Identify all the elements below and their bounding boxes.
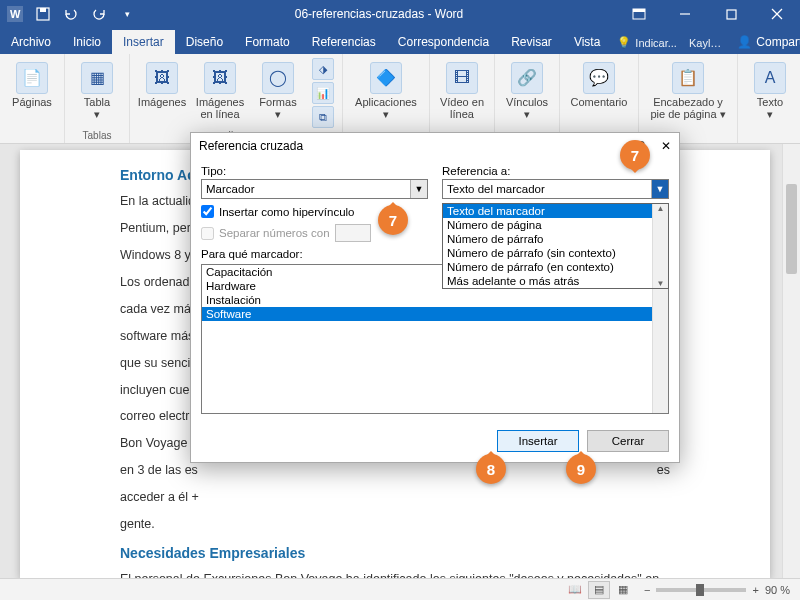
links-button[interactable]: 🔗Vínculos▾ (503, 58, 551, 120)
doc-line: correo electro (120, 403, 196, 430)
web-layout-icon[interactable]: ▦ (612, 581, 634, 599)
dropdown-option[interactable]: Número de párrafo (443, 232, 668, 246)
heading-necesidades: Necesidades Empresariales (120, 542, 670, 564)
doc-line: Bon Voyage t (120, 430, 194, 457)
zoom-in-icon[interactable]: + (752, 584, 758, 596)
doc-line: En la actualid (120, 188, 195, 215)
smartart-icon[interactable]: ⬗ (312, 58, 334, 80)
svg-rect-3 (40, 8, 46, 12)
close-icon[interactable] (754, 0, 800, 28)
dropdown-option[interactable]: Número de párrafo (en contexto) (443, 260, 668, 274)
online-pictures-button[interactable]: 🖼Imágenes en línea (196, 58, 244, 120)
comment-icon: 💬 (583, 62, 615, 94)
video-icon: 🎞 (446, 62, 478, 94)
table-button[interactable]: ▦Tabla▾ (73, 58, 121, 120)
tab-diseno[interactable]: Diseño (175, 30, 234, 54)
doc-line: incluyen cues (120, 377, 196, 404)
tab-inicio[interactable]: Inicio (62, 30, 112, 54)
referencia-a-input[interactable] (443, 180, 651, 198)
apps-button[interactable]: 🔷Aplicaciones▾ (351, 58, 421, 120)
share-icon: 👤 (737, 35, 752, 49)
para-que-label: Para qué marcador: (201, 248, 428, 260)
tab-formato[interactable]: Formato (234, 30, 301, 54)
pictures-button[interactable]: 🖼Imágenes (138, 58, 186, 108)
maximize-icon[interactable] (708, 0, 754, 28)
header-footer-button[interactable]: 📋Encabezado y pie de página ▾ (647, 58, 729, 120)
pages-icon: 📄 (16, 62, 48, 94)
textbox-icon: A (754, 62, 786, 94)
insert-button[interactable]: Insertar (497, 430, 579, 452)
tab-referencias[interactable]: Referencias (301, 30, 387, 54)
tell-me[interactable]: 💡Indicar... (611, 31, 683, 54)
cross-reference-dialog: Referencia cruzada ? ✕ Tipo: ▼ Insertar … (190, 132, 680, 463)
shapes-button[interactable]: ◯Formas▾ (254, 58, 302, 120)
list-item[interactable]: Software (202, 307, 668, 321)
vertical-scrollbar[interactable] (782, 144, 800, 578)
svg-rect-5 (633, 9, 645, 12)
lightbulb-icon: 💡 (617, 36, 631, 49)
dialog-close-icon[interactable]: ✕ (661, 139, 671, 153)
pages-button[interactable]: 📄Páginas (8, 58, 56, 108)
list-item[interactable]: Instalación (202, 293, 668, 307)
print-layout-icon[interactable]: ▤ (588, 581, 610, 599)
read-mode-icon[interactable]: 📖 (564, 581, 586, 599)
chart-icon[interactable]: 📊 (312, 82, 334, 104)
comment-button[interactable]: 💬Comentario (568, 58, 630, 108)
qat-customize-icon[interactable]: ▾ (118, 5, 136, 23)
tab-revisar[interactable]: Revisar (500, 30, 563, 54)
chevron-down-icon[interactable]: ▼ (651, 180, 668, 198)
minimize-icon[interactable] (662, 0, 708, 28)
referencia-a-dropdown[interactable]: Texto del marcador Número de página Núme… (442, 203, 669, 289)
ribbon-display-options-icon[interactable] (616, 0, 662, 28)
status-bar: 📖 ▤ ▦ − + 90 % (0, 578, 800, 600)
dropdown-option[interactable]: Número de página (443, 218, 668, 232)
dropdown-option[interactable]: Más adelante o más atrás (443, 274, 668, 288)
tab-vista[interactable]: Vista (563, 30, 611, 54)
table-icon: ▦ (81, 62, 113, 94)
tab-archivo[interactable]: Archivo (0, 30, 62, 54)
tab-insertar[interactable]: Insertar (112, 30, 175, 54)
close-button[interactable]: Cerrar (587, 430, 669, 452)
ribbon-tabs: Archivo Inicio Insertar Diseño Formato R… (0, 28, 800, 54)
referencia-a-combobox[interactable]: ▼ (442, 179, 669, 199)
tipo-input[interactable] (202, 180, 410, 198)
zoom-out-icon[interactable]: − (644, 584, 650, 596)
dropdown-option[interactable]: Texto del marcador (443, 204, 668, 218)
share-button[interactable]: 👤Compartir (727, 30, 800, 54)
svg-text:W: W (10, 8, 21, 20)
zoom-slider-thumb[interactable] (696, 584, 704, 596)
screenshot-icon[interactable]: ⧉ (312, 106, 334, 128)
hyperlink-check-input[interactable] (201, 205, 214, 218)
dropdown-scrollbar[interactable]: ▲▼ (652, 204, 668, 288)
zoom-slider[interactable] (656, 588, 746, 592)
doc-line: cada vez más (120, 296, 197, 323)
scrollbar-thumb[interactable] (786, 184, 797, 274)
callout-9: 9 (566, 454, 596, 484)
tab-correspondencia[interactable]: Correspondencia (387, 30, 500, 54)
online-video-button[interactable]: 🎞Vídeo en línea (438, 58, 486, 120)
group-tables-label: Tablas (83, 128, 112, 141)
separate-check-label: Separar números con (219, 227, 330, 239)
chevron-down-icon[interactable]: ▼ (410, 180, 427, 198)
text-button[interactable]: ATexto▾ (746, 58, 794, 120)
svg-rect-7 (727, 10, 736, 19)
zoom-level[interactable]: 90 % (765, 584, 790, 596)
doc-line: en 3 de las es (120, 457, 198, 484)
account-user[interactable]: Kayl… (683, 32, 727, 54)
doc-line: acceder a él + (120, 484, 670, 511)
undo-icon[interactable] (62, 5, 80, 23)
dropdown-option[interactable]: Número de párrafo (sin contexto) (443, 246, 668, 260)
save-icon[interactable] (34, 5, 52, 23)
ribbon: 📄Páginas ▦Tabla▾ Tablas 🖼Imágenes 🖼Imáge… (0, 54, 800, 144)
apps-icon: 🔷 (370, 62, 402, 94)
title-bar: W ▾ 06-referencias-cruzadas - Word (0, 0, 800, 28)
doc-line: que su sencill (120, 350, 196, 377)
redo-icon[interactable] (90, 5, 108, 23)
doc-line: Pentium, per (120, 215, 191, 242)
separator-input (335, 224, 371, 242)
header-icon: 📋 (672, 62, 704, 94)
doc-line: software más (120, 323, 194, 350)
doc-line: Windows 8 y (120, 242, 191, 269)
doc-line: Los ordenado (120, 269, 196, 296)
callout-7b: 7 (378, 205, 408, 235)
